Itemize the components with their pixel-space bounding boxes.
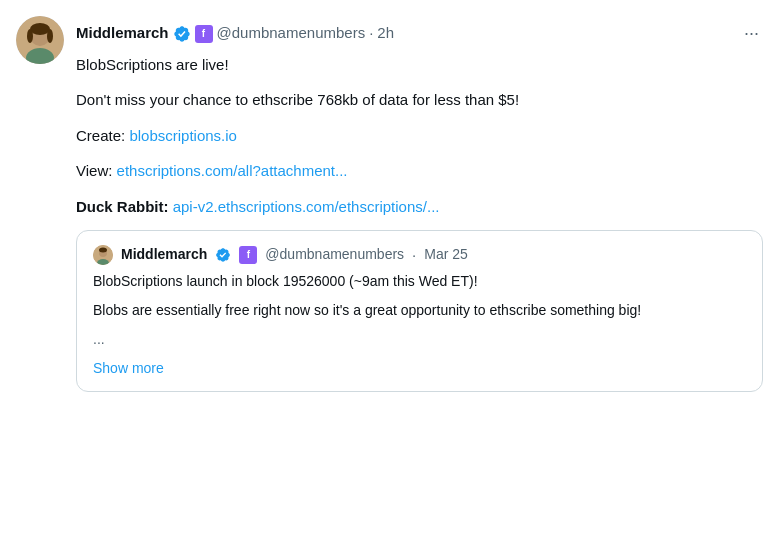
tweet: Middlemarch f @dumbnamenumbers · 2h ··· … [16, 16, 763, 392]
quoted-farcaster-icon: f [239, 246, 257, 264]
svg-point-2 [30, 23, 50, 35]
svg-point-4 [47, 29, 53, 43]
create-label: Create: [76, 127, 125, 144]
quoted-author-name: Middlemarch [121, 244, 207, 266]
quoted-dot-separator: · [412, 243, 416, 266]
quoted-line2: Blobs are essentially free right now so … [93, 300, 746, 321]
duck-link[interactable]: api-v2.ethscriptions.com/ethscriptions/.… [173, 198, 440, 215]
svg-point-8 [99, 247, 107, 252]
quoted-tweet-header: Middlemarch f @dumbnamenumbers · Mar 25 [93, 243, 746, 266]
tweet-header: Middlemarch f @dumbnamenumbers · 2h ··· [76, 16, 763, 51]
show-more-button[interactable]: Show more [93, 360, 164, 376]
tweet-line2: Don't miss your chance to ethscribe 768k… [76, 88, 763, 111]
quoted-tweet[interactable]: Middlemarch f @dumbnamenumbers · Mar 25 … [76, 230, 763, 391]
quoted-line1: BlobScriptions launch in block 19526000 … [93, 271, 746, 292]
tweet-header-left: Middlemarch f @dumbnamenumbers · 2h [76, 22, 394, 45]
tweet-line1: BlobScriptions are live! [76, 53, 763, 76]
quoted-ellipsis: ... [93, 329, 746, 350]
author-handle: @dumbnamenumbers [217, 22, 366, 45]
quoted-author-handle: @dumbnamenumbers [265, 244, 404, 266]
verified-icon [173, 25, 191, 43]
view-label: View: [76, 162, 112, 179]
ellipsis-text: ... [93, 331, 105, 347]
tweet-create-line: Create: blobscriptions.io [76, 124, 763, 147]
farcaster-icon: f [195, 25, 213, 43]
avatar[interactable] [16, 16, 64, 64]
tweet-time: 2h [377, 22, 394, 45]
dot-separator: · [369, 22, 373, 45]
tweet-body: BlobScriptions are live! Don't miss your… [76, 53, 763, 392]
more-button[interactable]: ··· [740, 16, 763, 51]
view-link[interactable]: ethscriptions.com/all?attachment... [117, 162, 348, 179]
quoted-verified-icon [215, 247, 231, 263]
duck-label: Duck Rabbit: [76, 198, 169, 215]
quoted-avatar [93, 245, 113, 265]
svg-point-3 [27, 29, 33, 43]
tweet-view-line: View: ethscriptions.com/all?attachment..… [76, 159, 763, 182]
tweet-duck-line: Duck Rabbit: api-v2.ethscriptions.com/et… [76, 195, 763, 218]
quoted-tweet-time: Mar 25 [424, 244, 468, 266]
tweet-content: Middlemarch f @dumbnamenumbers · 2h ··· … [76, 16, 763, 392]
quoted-tweet-body: BlobScriptions launch in block 19526000 … [93, 271, 746, 379]
author-name: Middlemarch [76, 22, 169, 45]
create-link[interactable]: blobscriptions.io [129, 127, 237, 144]
